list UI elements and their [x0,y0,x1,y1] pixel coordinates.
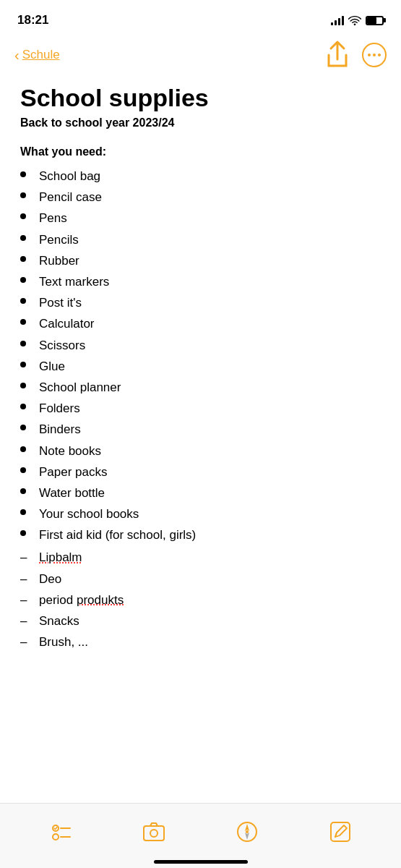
list-item: Your school books [20,503,381,524]
share-button[interactable] [324,42,350,68]
list-item: – Brush, ... [20,631,381,652]
list-item: – period produkts [20,590,381,610]
bullet-dot [20,362,26,367]
bullet-dot [20,383,26,388]
list-item: Calculator [20,313,381,334]
svg-point-2 [378,54,381,56]
edit-button[interactable] [322,814,358,850]
home-indicator [154,860,248,864]
battery-icon [366,16,384,25]
bullet-dot [20,235,26,241]
edit-icon [329,821,351,843]
compass-button[interactable] [229,814,265,850]
page-title: School supplies [20,84,381,112]
list-item: – Lipbalm [20,547,381,568]
page-subtitle: Back to school year 2023/24 [20,116,381,129]
content-area: School supplies Back to school year 2023… [0,77,401,667]
bullet-dot [20,425,26,430]
bullet-dot [20,404,26,409]
bottom-toolbar [0,803,401,868]
list-item: Binders [20,419,381,440]
bullet-dot [20,509,26,515]
compass-icon [236,821,258,843]
svg-point-0 [368,54,371,56]
bullet-dot [20,256,26,262]
bullet-dot [20,319,26,325]
bullet-dot [20,341,26,346]
wifi-icon [348,15,361,25]
list-item: Post it's [20,292,381,313]
bullet-dot [20,298,26,304]
list-item: Water bottle [20,482,381,503]
back-chevron-icon: ‹ [14,47,20,64]
bullet-dot [20,467,26,473]
signal-icon [331,15,344,25]
bullet-dot [20,213,26,219]
camera-icon [143,821,165,843]
list-item: Glue [20,356,381,377]
list-item: Text markers [20,271,381,292]
checklist-button[interactable] [43,814,79,850]
list-item: Pens [20,208,381,229]
list-item: – Snacks [20,610,381,631]
svg-marker-12 [245,833,249,840]
svg-point-10 [246,830,249,833]
checklist-icon [50,821,72,843]
status-time: 18:21 [17,13,48,27]
status-icons [331,15,384,25]
svg-marker-11 [245,824,249,831]
nav-actions [324,42,387,68]
list-item: Pencil case [20,187,381,208]
share-icon [324,40,350,70]
list-item: – Deo [20,569,381,590]
list-item: Folders [20,398,381,419]
back-button[interactable]: ‹ Schule [14,47,60,64]
list-item: School planner [20,377,381,398]
camera-button[interactable] [136,814,172,850]
list-item: Paper packs [20,461,381,482]
bullet-dot [20,530,26,536]
bullet-list: School bag Pencil case Pens Pencils Rubb… [20,166,381,545]
bullet-dot [20,488,26,494]
list-item: First aid kid (for school, girls) [20,524,381,545]
svg-point-1 [373,54,376,56]
bullet-dot [20,277,26,283]
dash-list: – Lipbalm – Deo – period produkts – Snac… [20,547,381,652]
nav-bar: ‹ Schule [0,36,401,77]
list-item: Pencils [20,229,381,250]
svg-rect-7 [144,826,164,841]
status-bar: 18:21 [0,0,401,36]
more-icon [367,53,381,57]
svg-point-8 [150,830,158,837]
more-button[interactable] [362,43,387,67]
back-label[interactable]: Schule [22,48,60,62]
bullet-dot [20,192,26,198]
list-item: Rubber [20,250,381,271]
list-item: School bag [20,166,381,187]
section-heading: What you need: [20,145,381,158]
bullet-dot [20,171,26,177]
list-item: Note books [20,441,381,461]
bullet-dot [20,446,26,452]
svg-point-4 [53,834,59,840]
svg-rect-13 [331,822,350,841]
list-item: Scissors [20,335,381,356]
